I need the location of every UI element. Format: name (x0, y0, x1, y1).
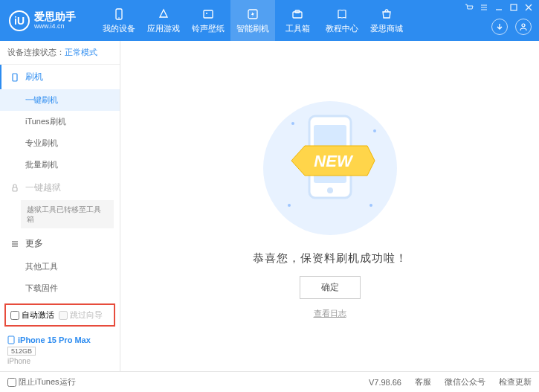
sub-other-tools[interactable]: 其他工具 (0, 256, 120, 277)
group-label: 一键越狱 (25, 181, 61, 194)
apps-icon (157, 7, 170, 21)
sub-pro-flash[interactable]: 专业刷机 (0, 132, 120, 154)
minimize-icon[interactable] (494, 3, 503, 12)
svg-rect-9 (13, 74, 17, 81)
nav-flash[interactable]: 智能刷机 (230, 0, 275, 41)
app-title: 爱思助手 (34, 11, 76, 22)
status-value: 正常模式 (65, 48, 97, 57)
group-label: 更多 (25, 237, 43, 250)
footer-link-update[interactable]: 检查更新 (499, 376, 532, 388)
checkbox-label: 阻止iTunes运行 (19, 376, 76, 388)
svg-rect-2 (204, 10, 213, 18)
checkbox-label: 自动激活 (22, 309, 54, 321)
svg-point-19 (369, 204, 372, 207)
checkbox-input[interactable] (7, 378, 16, 387)
sub-itunes-flash[interactable]: iTunes刷机 (0, 111, 120, 132)
wallpaper-icon (201, 7, 215, 21)
sub-download-firmware[interactable]: 下载固件 (0, 277, 120, 299)
device-status: 设备连接状态：正常模式 (0, 41, 120, 65)
app-header: iU 爱思助手 www.i4.cn 我的设备 应用游戏 铃声壁纸 智能刷机 工具… (0, 0, 539, 41)
group-more[interactable]: 更多 (0, 231, 120, 256)
nav-label: 我的设备 (103, 23, 135, 34)
svg-point-8 (522, 24, 525, 27)
footer-link-wechat[interactable]: 微信公众号 (445, 376, 485, 388)
book-icon (335, 7, 349, 21)
phone-small-icon (7, 335, 15, 344)
status-label: 设备连接状态： (7, 48, 65, 57)
checkbox-input (59, 311, 68, 320)
nav-apps[interactable]: 应用游戏 (141, 0, 186, 41)
device-name[interactable]: iPhone 15 Pro Max (7, 335, 112, 344)
svg-point-3 (206, 13, 207, 14)
nav-label: 应用游戏 (147, 23, 180, 34)
jailbreak-note: 越狱工具已转移至工具箱 (21, 200, 114, 228)
svg-rect-7 (511, 4, 517, 10)
main-content: NEW 恭喜您，保资料刷机成功啦！ 确定 查看日志 (120, 41, 539, 371)
group-label: 刷机 (25, 71, 43, 83)
group-jailbreak: 一键越狱 (0, 176, 120, 200)
sub-oneclick-flash[interactable]: 一键刷机 (0, 89, 120, 111)
nav-label: 智能刷机 (236, 23, 269, 34)
more-icon (10, 240, 21, 248)
cart-icon[interactable] (465, 3, 474, 12)
phone-icon (112, 7, 126, 21)
checkbox-block-itunes[interactable]: 阻止iTunes运行 (7, 376, 76, 388)
window-controls (465, 3, 533, 12)
flash-group-icon (10, 73, 21, 82)
close-icon[interactable] (524, 3, 533, 12)
checkbox-skip-guide[interactable]: 跳过向导 (59, 309, 103, 321)
flash-icon (246, 7, 259, 21)
nav-label: 铃声壁纸 (192, 23, 225, 34)
sub-advanced[interactable]: 高级功能 (0, 299, 120, 301)
sub-batch-flash[interactable]: 批量刷机 (0, 154, 120, 176)
view-log-link[interactable]: 查看日志 (314, 308, 346, 319)
options-box: 自动激活 跳过向导 (4, 303, 115, 327)
top-nav: 我的设备 应用游戏 铃声壁纸 智能刷机 工具箱 教程中心 爱思商城 (97, 0, 409, 41)
toolbox-icon (291, 7, 304, 21)
nav-toolbox[interactable]: 工具箱 (275, 0, 320, 41)
nav-label: 教程中心 (326, 23, 358, 34)
svg-rect-10 (13, 187, 17, 191)
maximize-icon[interactable] (509, 3, 518, 12)
svg-point-16 (291, 122, 294, 125)
footer: 阻止iTunes运行 V7.98.66 客服 微信公众号 检查更新 (0, 371, 539, 392)
device-type: iPhone (7, 357, 112, 365)
device-storage: 512GB (7, 347, 36, 356)
nav-store[interactable]: 爱思商城 (364, 0, 409, 41)
banner-text: NEW (314, 152, 354, 170)
nav-label: 爱思商城 (370, 23, 403, 34)
nav-label: 工具箱 (285, 23, 310, 34)
ok-button[interactable]: 确定 (300, 276, 361, 299)
nav-tutorials[interactable]: 教程中心 (320, 0, 364, 41)
svg-point-1 (118, 17, 120, 19)
lock-icon (10, 184, 21, 193)
app-url: www.i4.cn (34, 22, 76, 30)
menu-icon[interactable] (480, 3, 488, 12)
store-icon (380, 7, 393, 21)
checkbox-label: 跳过向导 (70, 309, 103, 321)
success-illustration: NEW (256, 94, 404, 242)
group-flash[interactable]: 刷机 (0, 65, 120, 89)
checkbox-input[interactable] (10, 311, 19, 320)
svg-point-18 (288, 204, 291, 207)
logo-area: iU 爱思助手 www.i4.cn (0, 10, 97, 31)
svg-point-17 (373, 129, 376, 132)
user-button[interactable] (515, 19, 532, 35)
download-button[interactable] (491, 19, 508, 35)
sidebar: 设备连接状态：正常模式 刷机 一键刷机 iTunes刷机 专业刷机 批量刷机 一… (0, 41, 120, 371)
device-info: iPhone 15 Pro Max 512GB iPhone (0, 332, 120, 371)
logo-icon: iU (9, 10, 30, 31)
checkbox-auto-activate[interactable]: 自动激活 (10, 309, 54, 321)
svg-rect-11 (8, 336, 14, 344)
nav-ringtones[interactable]: 铃声壁纸 (186, 0, 230, 41)
success-message: 恭喜您，保资料刷机成功啦！ (253, 251, 407, 266)
side-nav: 刷机 一键刷机 iTunes刷机 专业刷机 批量刷机 一键越狱 越狱工具已转移至… (0, 65, 120, 301)
header-action-icons (491, 19, 532, 35)
version-label: V7.98.66 (369, 378, 401, 387)
device-name-text: iPhone 15 Pro Max (18, 335, 91, 344)
svg-point-15 (327, 187, 333, 193)
footer-link-support[interactable]: 客服 (415, 376, 431, 388)
nav-my-device[interactable]: 我的设备 (97, 0, 141, 41)
